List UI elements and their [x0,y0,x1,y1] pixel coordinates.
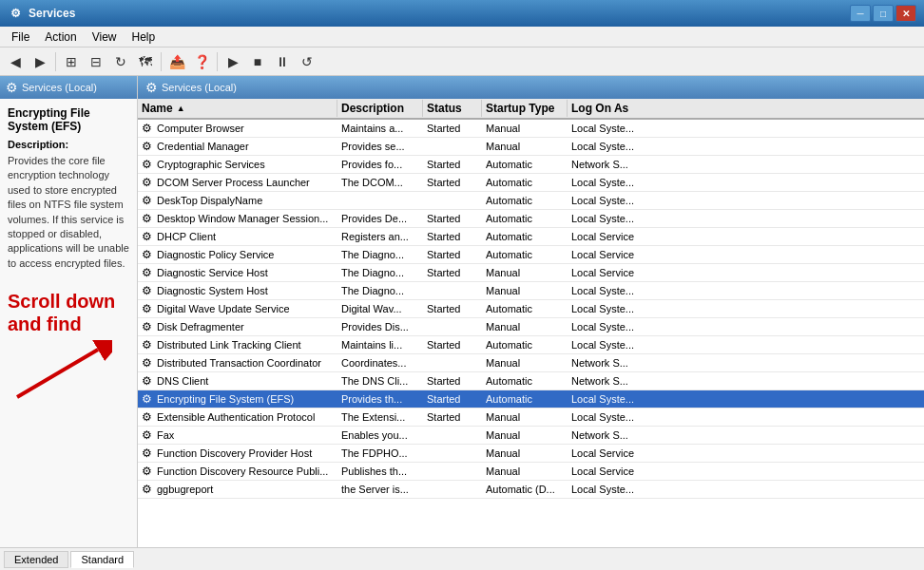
main-container: ⚙ Services (Local) Encrypting File Syste… [0,76,924,547]
col-header-logon[interactable]: Log On As [568,100,663,117]
table-row[interactable]: ⚙ Credential Manager Provides se... Manu… [138,138,924,156]
show-hide-button[interactable]: ⊟ [85,50,107,73]
service-row-name: Distributed Link Tracking Client [155,338,337,352]
window-controls: ─ □ ✕ [850,5,916,22]
description-text: Provides the core file encryption techno… [8,154,129,271]
service-row-icon: ⚙ [138,392,155,406]
service-row-logon: Local Syste... [568,338,663,352]
tab-standard[interactable]: Standard [70,551,134,568]
service-row-name: Diagnostic System Host [155,284,337,297]
service-row-icon: ⚙ [138,374,155,388]
arrow-annotation [8,340,129,397]
menu-action[interactable]: Action [37,28,84,46]
service-row-name: DeskTop DispalyName [155,194,337,207]
service-row-startup: Automatic [482,338,568,352]
table-row[interactable]: ⚙ Encrypting File System (EFS) Provides … [138,390,924,408]
toolbar: ◀ ▶ ⊞ ⊟ ↻ 🗺 📤 ❓ ▶ ■ ⏸ ↺ [0,48,924,76]
service-row-name: Desktop Window Manager Session... [155,212,337,225]
forward-button[interactable]: ▶ [29,50,51,73]
help-button[interactable]: ❓ [190,50,213,73]
service-row-status [423,470,482,472]
service-row-name: Diagnostic Service Host [155,266,337,279]
table-row[interactable]: ⚙ Disk Defragmenter Provides Dis... Manu… [138,318,924,336]
refresh-button[interactable]: ↻ [109,50,132,73]
service-row-status: Started [423,410,482,424]
service-row-desc: Provides th... [337,392,423,406]
table-row[interactable]: ⚙ Function Discovery Resource Publi... P… [138,463,924,481]
col-header-startup[interactable]: Startup Type [482,100,568,117]
minimize-button[interactable]: ─ [850,5,871,22]
service-row-name: Extensible Authentication Protocol [155,410,337,424]
restart-button[interactable]: ↺ [296,50,318,73]
service-row-status: Started [423,158,482,171]
table-row[interactable]: ⚙ Distributed Transaction Coordinator Co… [138,354,924,372]
col-header-description[interactable]: Description [337,100,423,117]
service-row-desc: Maintains a... [337,122,423,135]
up-button[interactable]: ⊞ [60,50,83,73]
maximize-button[interactable]: □ [873,5,894,22]
service-row-status [423,488,482,490]
table-row[interactable]: ⚙ Digital Wave Update Service Digital Wa… [138,300,924,318]
scroll-annotation: Scroll downand find [8,290,129,335]
service-row-startup: Manual [482,320,568,333]
table-row[interactable]: ⚙ Distributed Link Tracking Client Maint… [138,336,924,354]
pause-button[interactable]: ⏸ [271,50,294,73]
service-row-status: Started [423,248,482,261]
service-row-icon: ⚙ [138,465,155,478]
menu-help[interactable]: Help [125,28,164,46]
service-row-startup: Manual [482,122,568,135]
description-label: Description: [8,139,129,150]
table-row[interactable]: ⚙ Computer Browser Maintains a... Starte… [138,120,924,138]
menu-bar: File Action View Help [0,27,924,48]
service-row-name: Cryptographic Services [155,158,337,171]
service-row-status: Started [423,266,482,279]
service-row-icon: ⚙ [138,176,155,189]
service-row-name: Distributed Transaction Coordinator [155,356,337,370]
service-row-startup: Manual [482,284,568,297]
service-row-name: Diagnostic Policy Service [155,248,337,261]
left-panel-content: Encrypting File System (EFS) Description… [0,99,137,547]
table-row[interactable]: ⚙ Cryptographic Services Provides fo... … [138,156,924,174]
menu-view[interactable]: View [85,28,125,46]
service-row-logon: Local Syste... [568,194,663,207]
table-row[interactable]: ⚙ Desktop Window Manager Session... Prov… [138,210,924,228]
table-row[interactable]: ⚙ Diagnostic System Host The Diagno... M… [138,282,924,300]
table-row[interactable]: ⚙ DHCP Client Registers an... Started Au… [138,228,924,246]
service-row-status [423,362,482,364]
table-row[interactable]: ⚙ Extensible Authentication Protocol The… [138,408,924,427]
tab-extended[interactable]: Extended [4,551,68,568]
service-row-name: DCOM Server Process Launcher [155,176,337,189]
service-row-icon: ⚙ [138,428,155,442]
table-row[interactable]: ⚙ Function Discovery Provider Host The F… [138,445,924,463]
back-button[interactable]: ◀ [4,50,27,73]
right-panel: ⚙ Services (Local) Name ▲ Description St… [138,76,924,547]
map-drive-button[interactable]: 🗺 [134,50,157,73]
close-button[interactable]: ✕ [895,5,916,22]
service-row-logon: Local Syste... [568,140,663,153]
table-row[interactable]: ⚙ DeskTop DispalyName Automatic Local Sy… [138,192,924,210]
start-button[interactable]: ▶ [221,50,244,73]
service-row-icon: ⚙ [138,140,155,153]
table-row[interactable]: ⚙ DCOM Server Process Launcher The DCOM.… [138,174,924,192]
table-row[interactable]: ⚙ Diagnostic Service Host The Diagno... … [138,264,924,282]
col-header-status[interactable]: Status [423,100,482,117]
right-panel-icon: ⚙ [145,80,158,95]
service-row-status: Started [423,212,482,225]
table-row[interactable]: ⚙ ggbugreport the Server is... Automatic… [138,481,924,499]
status-bar: Extended Standard [0,547,924,570]
table-row[interactable]: ⚙ Diagnostic Policy Service The Diagno..… [138,246,924,264]
menu-file[interactable]: File [4,28,37,46]
service-row-icon: ⚙ [138,446,155,460]
service-row-icon: ⚙ [138,122,155,135]
service-row-desc: Digital Wav... [337,302,423,315]
service-row-desc: Provides De... [337,212,423,225]
export-button[interactable]: 📤 [165,50,188,73]
table-row[interactable]: ⚙ DNS Client The DNS Cli... Started Auto… [138,372,924,390]
service-row-status [423,326,482,328]
table-row[interactable]: ⚙ Fax Enables you... Manual Network S... [138,427,924,445]
service-row-logon: Local Syste... [568,392,663,406]
service-row-name: ggbugreport [155,483,337,496]
col-header-name[interactable]: Name ▲ [138,100,337,117]
stop-button[interactable]: ■ [246,50,269,73]
service-row-logon: Local Service [568,248,663,261]
